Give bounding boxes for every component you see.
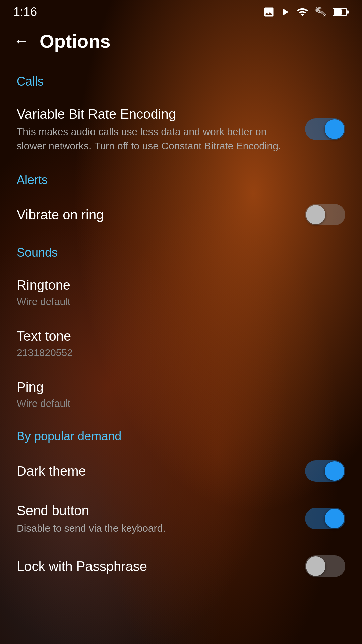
setting-row-left: Lock with Passphrase [17,557,305,575]
lock-passphrase-toggle[interactable] [305,555,345,577]
setting-label: Text tone [17,327,332,345]
setting-row-left: Vibrate on ring [17,206,305,223]
setting-label: Lock with Passphrase [17,557,292,575]
send-button-toggle[interactable] [305,508,345,529]
setting-row-left: Send button Disable to send via the keyb… [17,502,305,535]
setting-vibrate-on-ring[interactable]: Vibrate on ring [0,194,362,235]
setting-sublabel: Disable to send via the keyboard. [17,521,292,535]
toggle-thumb [325,461,344,481]
dark-theme-toggle[interactable] [305,460,345,482]
battery-icon [333,6,349,18]
variable-bit-rate-toggle[interactable] [305,118,345,140]
setting-ringtone[interactable]: Ringtone Wire default [0,266,362,317]
setting-lock-with-passphrase[interactable]: Lock with Passphrase [0,545,362,587]
setting-label: Ping [17,378,332,396]
settings-content: Calls Variable Bit Rate Encoding This ma… [0,58,362,594]
setting-sublabel: This makes audio calls use less data and… [17,125,292,153]
setting-row-left: Dark theme [17,462,305,480]
setting-value: Wire default [17,296,332,307]
setting-row-left: Ringtone Wire default [17,276,345,307]
setting-label: Ringtone [17,276,332,294]
setting-label: Variable Bit Rate Encoding [17,105,292,123]
setting-label: Dark theme [17,462,292,480]
wifi-icon [295,6,310,18]
svg-rect-2 [334,9,342,15]
svg-text:×: × [323,12,326,18]
play-icon [279,6,291,18]
vibrate-on-ring-toggle[interactable] [305,204,345,225]
setting-row-left: Ping Wire default [17,378,345,409]
toggle-thumb [325,509,344,528]
toolbar: ← Options [0,24,362,58]
back-button[interactable]: ← [13,33,29,49]
signal-icon: × [314,6,328,18]
status-bar: 1:16 × [0,0,362,24]
setting-value: Wire default [17,398,332,409]
section-header-alerts: Alerts [0,163,362,194]
toggle-thumb [306,556,325,576]
setting-text-tone[interactable]: Text tone 2131820552 [0,317,362,368]
toggle-thumb [325,119,344,139]
setting-label: Vibrate on ring [17,206,292,223]
status-icons: × [263,6,349,18]
setting-ping[interactable]: Ping Wire default [0,368,362,419]
status-time: 1:16 [13,5,37,19]
section-header-popular: By popular demand [0,419,362,450]
page-title: Options [40,30,111,52]
setting-variable-bit-rate[interactable]: Variable Bit Rate Encoding This makes au… [0,95,362,163]
toggle-thumb [306,205,325,224]
section-header-sounds: Sounds [0,235,362,266]
setting-dark-theme[interactable]: Dark theme [0,450,362,492]
setting-row-left: Variable Bit Rate Encoding This makes au… [17,105,305,153]
setting-send-button[interactable]: Send button Disable to send via the keyb… [0,492,362,545]
setting-value: 2131820552 [17,347,332,358]
setting-label: Send button [17,502,292,519]
svg-rect-3 [347,10,349,14]
setting-row-left: Text tone 2131820552 [17,327,345,358]
photo-icon [263,6,275,18]
section-header-calls: Calls [0,64,362,95]
